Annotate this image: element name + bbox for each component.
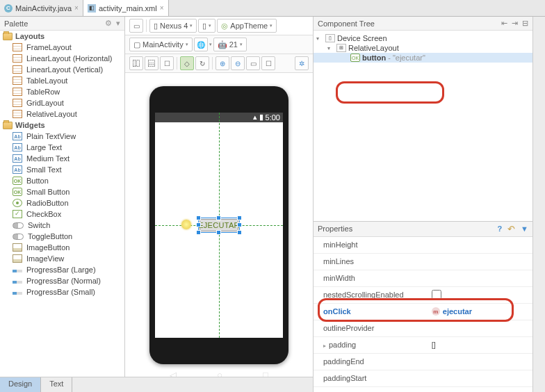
orientation-combo[interactable]: ▯▾ (198, 19, 215, 33)
palette-title: Palette (4, 19, 28, 28)
activity-combo[interactable]: ▢ MainActivity▾ (129, 38, 193, 51)
tree-device-screen[interactable]: ▾▯ Device Screen (314, 33, 532, 43)
palette-item[interactable]: RelativeLayout (0, 108, 124, 120)
palette-item[interactable]: ProgressBar (Large) (0, 264, 124, 275)
property-name: minHeight (314, 238, 428, 251)
property-value[interactable] (428, 326, 532, 330)
tree-button[interactable]: OK button - "ejecutar" (314, 53, 532, 63)
close-icon[interactable]: × (74, 4, 79, 12)
reset-icon[interactable]: ☐ (261, 56, 275, 70)
help-icon[interactable]: ? (497, 224, 502, 233)
tab-label: activity_main.xml (99, 4, 157, 13)
palette-item[interactable]: Switch (0, 220, 124, 231)
property-row[interactable]: nestedScrollingEnabled (314, 287, 532, 304)
selection-handles[interactable] (198, 218, 240, 233)
widget-icon (13, 222, 24, 229)
palette-item[interactable]: TableLayout (0, 75, 124, 86)
palette-category[interactable]: Widgets (0, 120, 124, 131)
palette-item[interactable]: FrameLayout (0, 42, 124, 53)
property-value[interactable] (428, 259, 532, 263)
property-row[interactable]: minLines (314, 254, 532, 270)
property-value[interactable]: mejecutar (428, 305, 532, 318)
theme-combo[interactable]: ◎ AppTheme▾ (217, 19, 277, 33)
device-combo[interactable]: ▯ Nexus 4▾ (149, 19, 197, 33)
property-row[interactable]: padding[] (314, 337, 532, 354)
palette-item-label: Small Button (26, 188, 70, 196)
designer-panel: ▭ ▯ Nexus 4▾ ▯▾ ◎ AppTheme▾ ▢ MainActivi… (125, 17, 313, 392)
folder-icon (3, 33, 13, 40)
palette-item-label: Button (26, 177, 49, 185)
palette-item[interactable]: OKSmall Button (0, 186, 124, 197)
undo-icon[interactable]: ↶ (507, 224, 515, 234)
palette-item-label: ProgressBar (Large) (26, 266, 96, 274)
align-icon[interactable]: ⿳ (145, 56, 158, 70)
property-row[interactable]: minWidth (314, 270, 532, 287)
api-combo[interactable]: 🤖 21▾ (213, 38, 247, 51)
palette-item[interactable]: OKButton (0, 175, 124, 186)
folder-icon (3, 122, 13, 129)
palette-item[interactable]: ProgressBar (Small) (0, 286, 124, 297)
property-row[interactable]: onClickmejecutar (314, 304, 532, 320)
tab-design[interactable]: Design (0, 377, 41, 392)
palette-item[interactable]: TableRow (0, 86, 124, 97)
align-icon[interactable]: ☐ (160, 56, 174, 70)
widget-icon (13, 234, 24, 240)
checkbox[interactable] (432, 290, 441, 300)
property-row[interactable]: shadowColor (314, 387, 532, 393)
property-value[interactable] (428, 288, 532, 302)
device-screen[interactable]: ▴ ▮ 5:00 EJECUTAR (155, 113, 283, 338)
palette-item[interactable]: ImageView (0, 253, 124, 264)
palette-category[interactable]: Layouts (0, 31, 124, 42)
property-value[interactable]: [] (428, 338, 532, 351)
editor-tab-xml[interactable]: ◧ activity_main.xml × (83, 0, 169, 16)
collapse-icon[interactable]: ⇥ (512, 19, 518, 28)
palette-item[interactable]: AbMedium Text (0, 153, 124, 164)
tab-text[interactable]: Text (41, 377, 72, 392)
palette-item[interactable]: LinearLayout (Vertical) (0, 64, 124, 75)
dropdown-icon[interactable]: ▾ (116, 19, 120, 28)
palette-item[interactable]: AbLarge Text (0, 142, 124, 153)
palette-item[interactable]: AbPlain TextView (0, 131, 124, 142)
align-icon[interactable]: ⿲ (129, 56, 143, 70)
property-row[interactable]: minHeight (314, 237, 532, 254)
palette-item-label: LinearLayout (Horizontal) (26, 54, 113, 63)
battery-icon: ▮ (259, 113, 263, 122)
palette-item-label: Large Text (26, 143, 62, 152)
palette-item[interactable]: ToggleButton (0, 231, 124, 242)
locale-icon[interactable]: 🌐 (194, 38, 208, 51)
property-name: onClick (314, 305, 428, 318)
canvas[interactable]: ▴ ▮ 5:00 EJECUTAR (125, 73, 313, 377)
property-value[interactable] (428, 243, 532, 247)
property-value[interactable] (428, 359, 532, 364)
property-row[interactable]: paddingEnd (314, 354, 532, 370)
expand-icon[interactable]: ⇤ (501, 19, 507, 28)
zoom-in-icon[interactable]: ⊕ (215, 56, 229, 70)
collapse-all-icon[interactable]: ⊟ (522, 19, 528, 28)
zoom-icon[interactable]: ▭ (129, 19, 143, 33)
close-icon[interactable]: × (160, 4, 164, 12)
palette-item[interactable]: GridLayout (0, 97, 124, 108)
xml-icon: ◧ (88, 4, 96, 13)
gear-icon[interactable]: ⚙ (105, 19, 112, 28)
filter-icon[interactable]: ▼ (521, 224, 528, 233)
zoom-actual-icon[interactable]: ◇ (180, 56, 194, 70)
palette-item[interactable]: CheckBox (0, 209, 124, 220)
refresh-icon[interactable]: ↻ (195, 56, 209, 70)
zoom-out-icon[interactable]: ⊖ (231, 56, 245, 70)
fit-icon[interactable]: ▭ (246, 56, 260, 70)
palette-item[interactable]: AbSmall Text (0, 164, 124, 175)
property-name: outlineProvider (314, 322, 428, 334)
editor-tab-java[interactable]: C MainActivity.java × (0, 0, 83, 16)
palette-item-label: TableRow (26, 88, 60, 96)
property-value[interactable] (428, 376, 532, 380)
settings-icon[interactable]: ✲ (295, 56, 309, 70)
lightbulb-icon[interactable] (181, 220, 191, 229)
property-row[interactable]: paddingStart (314, 370, 532, 387)
palette-item[interactable]: LinearLayout (Horizontal) (0, 53, 124, 64)
tree-relativelayout[interactable]: ▾⊞ RelativeLayout (314, 43, 532, 53)
palette-item[interactable]: RadioButton (0, 197, 124, 209)
property-row[interactable]: outlineProvider (314, 320, 532, 337)
palette-item[interactable]: ImageButton (0, 242, 124, 253)
palette-item[interactable]: ProgressBar (Normal) (0, 275, 124, 286)
property-value[interactable] (428, 276, 532, 280)
